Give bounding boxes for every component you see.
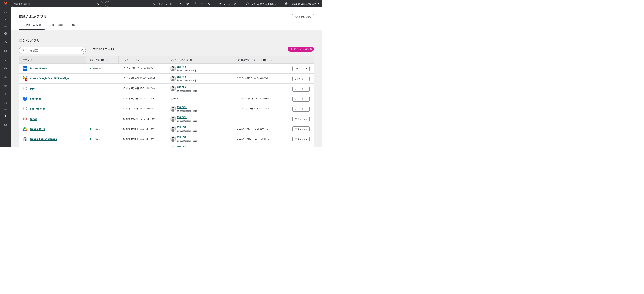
svg-text:pdf: pdf (26, 79, 27, 80)
